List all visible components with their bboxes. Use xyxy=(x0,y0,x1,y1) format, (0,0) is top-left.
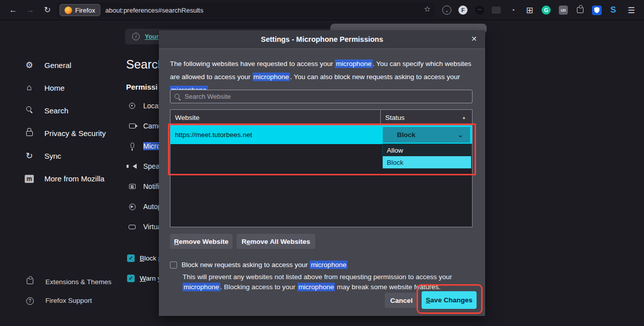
permission-row-speaker[interactable]: Speak xyxy=(127,160,163,172)
status-dropdown[interactable]: Block ⌄ xyxy=(383,127,470,143)
search-icon xyxy=(24,105,34,115)
highlighted-term: microphone xyxy=(310,260,347,269)
column-header-website[interactable]: Website xyxy=(170,110,381,125)
microphone-icon xyxy=(127,144,137,148)
menu-icon[interactable]: ☰ xyxy=(626,5,637,16)
microphone-permissions-dialog: Settings - Microphone Permissions ✕ The … xyxy=(159,30,485,316)
play-icon: ▶ xyxy=(129,204,136,210)
url-text[interactable]: about:preferences#searchResults xyxy=(105,7,203,14)
ud-badge: UD xyxy=(559,6,568,15)
paw-extension-icon[interactable]: ᵔᵔ xyxy=(474,5,485,16)
reload-icon[interactable]: ↻ xyxy=(41,4,53,16)
sidebar-item-sync[interactable]: ↻ Sync xyxy=(24,149,61,162)
sort-ascending-icon: ▲ xyxy=(462,115,466,120)
inactive-glyph xyxy=(492,7,501,14)
sidebar-item-label: General xyxy=(44,61,71,70)
inactive-extension-icon[interactable] xyxy=(491,5,502,16)
sidebar-item-privacy-security[interactable]: Privacy & Security xyxy=(24,126,106,140)
pocket-chevron-icon: ⌄ xyxy=(442,6,451,15)
table-row[interactable]: https://meet.tutorbees.net Block ⌄ xyxy=(170,125,472,144)
sidebar-item-label: More from Mozilla xyxy=(44,174,104,183)
browser-toolbar: ← → ↻ Firefox about:preferences#searchRe… xyxy=(0,0,644,20)
sidebar-item-search[interactable]: Search xyxy=(24,104,69,117)
back-icon[interactable]: ← xyxy=(7,4,19,16)
status-cell: Block ⌄ xyxy=(381,125,472,144)
highlighted-term: microphone xyxy=(335,59,373,68)
vr-headset-icon xyxy=(127,225,137,229)
dropdown-option-block[interactable]: Block xyxy=(383,156,471,168)
highlighted-term: microphone xyxy=(253,73,290,81)
permission-row-virtual-reality[interactable]: Virtua xyxy=(127,221,161,233)
status-dropdown-value: Block xyxy=(397,131,416,139)
firefox-window: ← → ↻ Firefox about:preferences#searchRe… xyxy=(0,0,644,326)
checkbox-label: Warn y xyxy=(140,275,161,282)
question-glyph: ? xyxy=(26,297,34,305)
gear-icon: ⚙ xyxy=(24,60,34,71)
puzzle-glyph xyxy=(577,7,583,13)
grid-add-extension-icon[interactable]: ⊞ xyxy=(524,5,535,16)
permission-row-notifications[interactable]: Notifi xyxy=(127,180,159,192)
close-icon[interactable]: ✕ xyxy=(471,35,477,43)
sidebar-item-label: Privacy & Security xyxy=(44,129,106,138)
highlighted-term: microphone xyxy=(183,283,220,291)
lock-icon xyxy=(24,127,34,139)
forward-icon[interactable]: → xyxy=(24,4,36,16)
speaker-icon xyxy=(127,164,137,169)
search-icon xyxy=(174,93,181,102)
checkbox-explanation-text: This will prevent any websites not liste… xyxy=(183,272,466,292)
remove-website-button[interactable]: Remove Website xyxy=(170,234,232,249)
s-extension-icon[interactable]: S xyxy=(608,5,619,16)
dialog-header: Settings - Microphone Permissions ✕ xyxy=(159,30,485,49)
timer-extension-icon[interactable]: ◔ xyxy=(507,5,518,16)
url-bar[interactable]: Firefox about:preferences#searchResults … xyxy=(56,3,435,18)
permission-row-location[interactable]: Locati xyxy=(127,100,162,112)
sidebar-item-label: Search xyxy=(44,106,69,115)
info-icon: i xyxy=(132,33,140,40)
grammarly-badge: G xyxy=(542,6,551,15)
block-popups-checkbox-row[interactable]: ✓ Block p xyxy=(127,253,162,263)
pocket-icon[interactable]: ⌄ xyxy=(441,5,452,16)
sidebar-item-more-from-mozilla[interactable]: m More from Mozilla xyxy=(24,172,104,185)
extensions-puzzle-icon[interactable] xyxy=(574,5,586,16)
save-changes-button[interactable]: Save Changes xyxy=(422,291,477,309)
checked-checkbox-icon[interactable]: ✓ xyxy=(127,275,135,282)
warn-install-checkbox-row[interactable]: ✓ Warn y xyxy=(127,273,161,283)
home-icon: ⌂ xyxy=(24,83,34,93)
sidebar-item-label: Home xyxy=(44,84,65,92)
ud-extension-icon[interactable]: UD xyxy=(558,5,569,16)
notifications-icon xyxy=(127,184,137,189)
permission-row-autoplay[interactable]: ▶ Autop xyxy=(127,201,162,213)
sidebar-footer-label: Extensions & Themes xyxy=(45,278,111,286)
sidebar-footer-label: Firefox Support xyxy=(45,297,92,304)
permissions-heading: Permissi xyxy=(126,83,158,91)
sync-icon: ↻ xyxy=(24,151,34,161)
mozilla-icon: m xyxy=(24,173,34,183)
checked-checkbox-icon[interactable]: ✓ xyxy=(127,254,135,262)
status-dropdown-popup: Allow Block xyxy=(382,144,472,169)
block-new-requests-checkbox-row[interactable]: Block new requests asking to access your… xyxy=(170,261,347,269)
bookmark-star-icon[interactable]: ☆ xyxy=(424,5,431,14)
cancel-button[interactable]: Cancel xyxy=(385,293,418,308)
camera-icon xyxy=(127,123,137,128)
mozilla-m-badge: m xyxy=(25,175,34,183)
sidebar-item-general[interactable]: ⚙ General xyxy=(24,58,71,72)
remove-all-websites-button[interactable]: Remove All Websites xyxy=(237,234,315,249)
site-chip-label: Firefox xyxy=(75,7,95,14)
f-badge: F xyxy=(458,6,467,15)
column-header-status[interactable]: Status ▲ xyxy=(381,110,472,125)
search-website-input[interactable] xyxy=(170,90,473,103)
sidebar-item-firefox-support[interactable]: ? Firefox Support xyxy=(25,295,92,306)
question-icon: ? xyxy=(25,296,34,305)
website-cell[interactable]: https://meet.tutorbees.net xyxy=(170,125,381,144)
grammarly-icon[interactable]: G xyxy=(541,5,552,16)
f-extension-icon[interactable]: F xyxy=(457,5,469,16)
unchecked-checkbox-icon[interactable] xyxy=(170,262,177,269)
dropdown-option-allow[interactable]: Allow xyxy=(383,144,471,156)
paw-glyph: ᵔᵔ xyxy=(475,6,484,15)
checkbox-label: Block new requests asking to access your… xyxy=(182,261,347,269)
site-identity-chip[interactable]: Firefox xyxy=(60,4,100,16)
bitwarden-shield-icon[interactable] xyxy=(591,5,602,16)
firefox-logo-icon xyxy=(65,7,72,14)
sidebar-item-home[interactable]: ⌂ Home xyxy=(24,81,65,94)
sidebar-item-extensions-themes[interactable]: Extensions & Themes xyxy=(25,276,111,287)
